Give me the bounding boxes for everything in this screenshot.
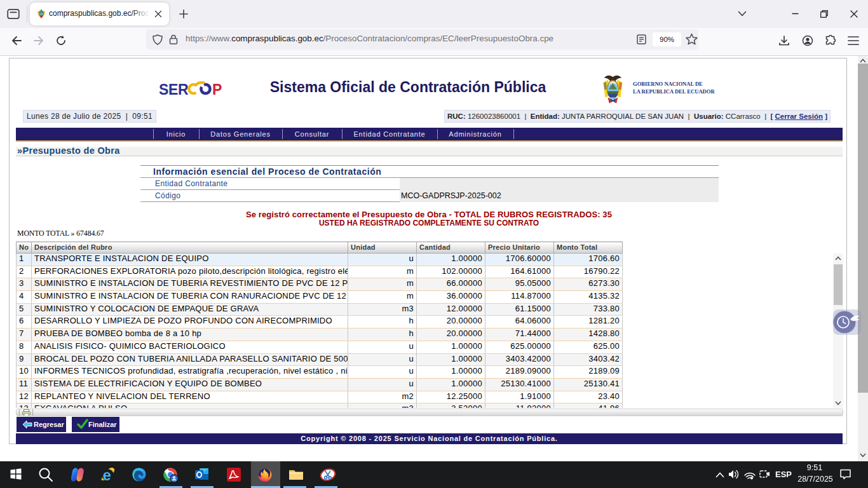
svg-text:GOBIERNO NACIONAL DE: GOBIERNO NACIONAL DE xyxy=(633,81,703,87)
svg-text:SER: SER xyxy=(159,81,189,98)
svg-text:LA REPUBLICA DEL ECUADOR: LA REPUBLICA DEL ECUADOR xyxy=(633,88,715,95)
